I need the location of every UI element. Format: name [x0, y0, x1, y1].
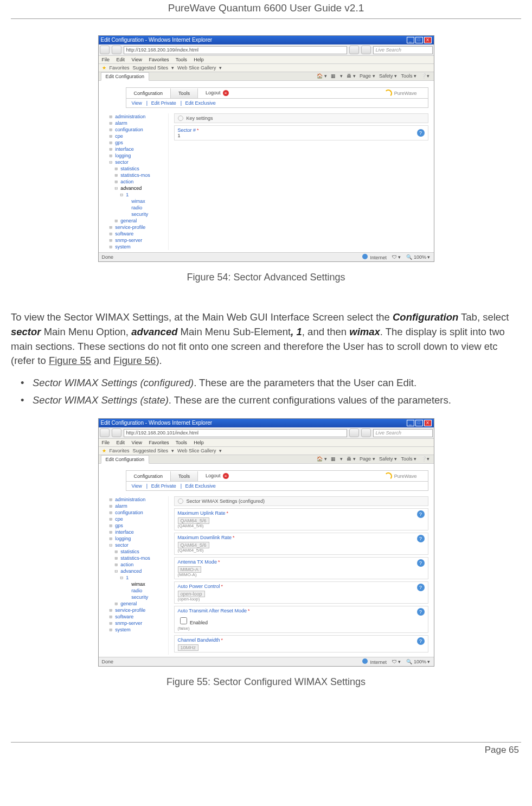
tab-configuration[interactable]: Configuration	[126, 471, 171, 481]
safety-menu[interactable]: Safety	[379, 73, 393, 79]
refresh-button[interactable]	[349, 46, 359, 54]
help-icon[interactable]: ❔	[421, 73, 427, 79]
menu-favorites[interactable]: Favorites	[149, 440, 169, 445]
tree-action[interactable]: action	[115, 178, 165, 185]
mode-edit-private[interactable]: Edit Private	[151, 100, 176, 106]
menu-view[interactable]: View	[132, 440, 142, 445]
home-icon[interactable]: 🏠	[317, 73, 323, 79]
tree-wimax[interactable]: wimax	[126, 581, 165, 587]
maximize-icon[interactable]: □	[415, 37, 423, 43]
tree-radio[interactable]: radio	[126, 204, 165, 211]
tree-statistics-mos[interactable]: statistics-mos	[115, 172, 165, 178]
star-icon[interactable]: ★	[102, 65, 106, 71]
search-field[interactable]: Live Search	[373, 46, 433, 54]
print-icon[interactable]: 🖶	[347, 456, 351, 462]
home-icon[interactable]: 🏠	[317, 456, 323, 462]
logout-button[interactable]: Logout×	[198, 88, 236, 98]
tree-gps[interactable]: gps	[110, 139, 165, 146]
back-button[interactable]	[100, 46, 110, 54]
refresh-button[interactable]	[349, 428, 359, 437]
tree-software[interactable]: software	[110, 613, 165, 620]
tree-cpe[interactable]: cpe	[110, 133, 165, 139]
web-slice-link[interactable]: Web Slice Gallery	[177, 65, 216, 71]
menu-tools[interactable]: Tools	[176, 57, 187, 62]
tree-general[interactable]: general	[115, 218, 165, 224]
tree-alarm[interactable]: alarm	[110, 120, 165, 126]
help-icon[interactable]: ?	[417, 584, 425, 591]
tree-administration[interactable]: administration	[110, 496, 165, 503]
browser-tab[interactable]: Edit Configuration	[101, 72, 150, 81]
help-icon[interactable]: ?	[417, 535, 425, 542]
tree-configuration[interactable]: configuration	[110, 509, 165, 516]
tree-radio[interactable]: radio	[126, 587, 165, 594]
tree-software[interactable]: software	[110, 231, 165, 237]
autotx-checkbox[interactable]	[180, 617, 187, 624]
tree-alarm[interactable]: alarm	[110, 503, 165, 509]
forward-button[interactable]	[112, 428, 121, 437]
feeds-icon[interactable]: ▦	[331, 73, 336, 79]
browser-tab[interactable]: Edit Configuration	[101, 455, 150, 464]
tree-1[interactable]: 1	[120, 191, 165, 198]
mode-view[interactable]: View	[132, 100, 142, 106]
menu-tools[interactable]: Tools	[176, 440, 187, 445]
tree-1[interactable]: 1	[120, 574, 165, 581]
zoom-label[interactable]: 🔍 100% ▾	[406, 659, 430, 664]
web-slice-link[interactable]: Web Slice Gallery	[177, 448, 216, 453]
tree-interface[interactable]: interface	[110, 529, 165, 535]
help-icon[interactable]: ?	[417, 510, 425, 518]
minimize-icon[interactable]: _	[407, 37, 414, 43]
help-icon[interactable]: ❔	[421, 456, 427, 462]
tree-sector[interactable]: sector	[110, 159, 165, 165]
close-icon[interactable]: X	[424, 37, 432, 43]
mode-edit-private[interactable]: Edit Private	[151, 483, 176, 489]
feeds-icon[interactable]: ▦	[331, 456, 336, 462]
tree-statistics[interactable]: statistics	[115, 548, 165, 555]
zoom-label[interactable]: 🔍 100% ▾	[406, 254, 430, 260]
tree-wimax[interactable]: wimax	[126, 198, 165, 204]
url-field[interactable]: http://192.168.200.101/index.html	[124, 429, 347, 437]
menu-help[interactable]: Help	[194, 57, 204, 62]
tree-system[interactable]: system	[110, 244, 165, 250]
menu-edit[interactable]: Edit	[117, 57, 125, 62]
menu-view[interactable]: View	[132, 57, 142, 62]
tree-security[interactable]: security	[126, 211, 165, 218]
mode-view[interactable]: View	[132, 483, 142, 489]
tree-service-profile[interactable]: service-profile	[110, 224, 165, 231]
tree-statistics-mos[interactable]: statistics-mos	[115, 555, 165, 561]
tree-administration[interactable]: administration	[110, 113, 165, 120]
maximize-icon[interactable]: □	[415, 420, 423, 426]
tree-service-profile[interactable]: service-profile	[110, 607, 165, 613]
suggested-sites-link[interactable]: Suggested Sites	[133, 65, 169, 71]
tree-logging[interactable]: logging	[110, 152, 165, 159]
favorites-label[interactable]: Favorites	[110, 448, 130, 453]
menu-help[interactable]: Help	[194, 440, 204, 445]
tree-interface[interactable]: interface	[110, 146, 165, 152]
tree-advanced[interactable]: advanced	[115, 568, 165, 574]
menu-file[interactable]: File	[102, 440, 110, 445]
tree-cpe[interactable]: cpe	[110, 516, 165, 522]
tree-snmp-server[interactable]: snmp-server	[110, 620, 165, 626]
figure-55-xref[interactable]: Figure 55	[49, 355, 91, 366]
stop-button[interactable]	[361, 46, 371, 54]
safety-menu[interactable]: Safety	[379, 456, 393, 462]
minimize-icon[interactable]: _	[407, 420, 414, 426]
search-field[interactable]: Live Search	[373, 429, 433, 437]
tools-menu[interactable]: Tools	[401, 456, 412, 462]
tab-tools[interactable]: Tools	[171, 88, 198, 98]
mode-edit-exclusive[interactable]: Edit Exclusive	[185, 100, 216, 106]
back-button[interactable]	[100, 428, 110, 437]
forward-button[interactable]	[112, 46, 121, 54]
tree-advanced[interactable]: advanced	[115, 185, 165, 191]
page-menu[interactable]: Page	[360, 456, 371, 462]
help-icon[interactable]: ?	[417, 129, 425, 137]
print-icon[interactable]: 🖶	[347, 73, 351, 79]
suggested-sites-link[interactable]: Suggested Sites	[133, 448, 169, 453]
help-icon[interactable]: ?	[417, 559, 425, 567]
page-menu[interactable]: Page	[360, 73, 371, 79]
mode-edit-exclusive[interactable]: Edit Exclusive	[185, 483, 216, 489]
favorites-label[interactable]: Favorites	[110, 65, 130, 71]
tools-menu[interactable]: Tools	[401, 73, 412, 79]
tree-gps[interactable]: gps	[110, 522, 165, 529]
tree-statistics[interactable]: statistics	[115, 165, 165, 172]
help-icon[interactable]: ?	[417, 608, 425, 616]
